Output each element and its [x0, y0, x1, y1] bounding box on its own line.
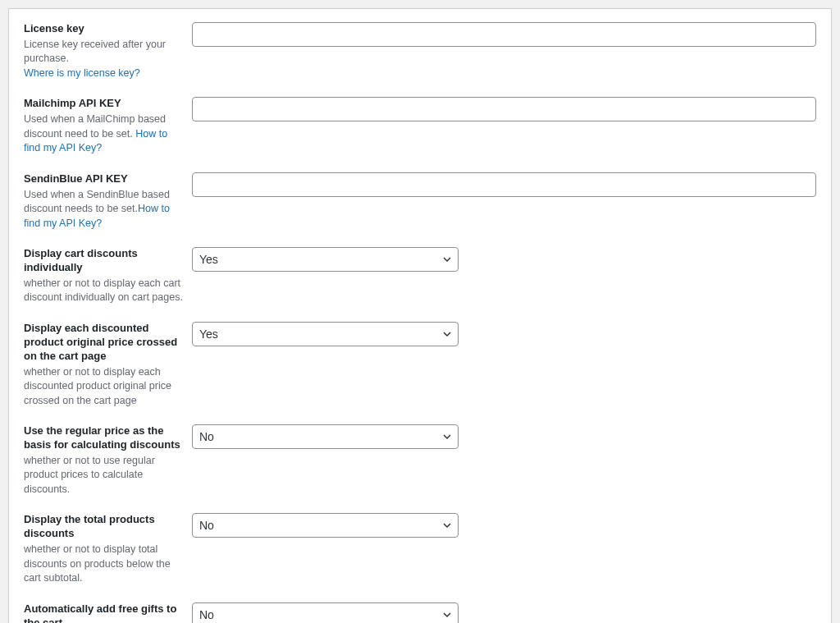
license-key-desc: License key received after your purchase…	[24, 38, 184, 81]
row-auto-add-gifts: Automatically add free gifts to the cart…	[16, 594, 824, 623]
use-regular-price-desc: whether or not to use regular product pr…	[24, 454, 184, 497]
row-sendinblue-api: SendinBlue API KEY Used when a SendinBlu…	[16, 164, 824, 239]
settings-form-table: License key License key received after y…	[16, 14, 824, 623]
settings-panel: License key License key received after y…	[8, 8, 832, 623]
row-display-cart-discounts: Display cart discounts individually whet…	[16, 239, 824, 314]
row-license-key: License key License key received after y…	[16, 14, 824, 89]
row-mailchimp-api: Mailchimp API KEY Used when a MailChimp …	[16, 89, 824, 163]
display-crossed-price-desc: whether or not to display each discounte…	[24, 365, 184, 409]
use-regular-price-label: Use the regular price as the basis for c…	[24, 424, 184, 452]
sendinblue-api-input[interactable]	[192, 172, 816, 197]
row-use-regular-price: Use the regular price as the basis for c…	[16, 416, 824, 505]
display-cart-discounts-select[interactable]: Yes	[192, 247, 459, 272]
use-regular-price-select[interactable]: No	[192, 424, 459, 449]
row-display-total-discounts: Display the total products discounts whe…	[16, 505, 824, 593]
display-cart-discounts-label: Display cart discounts individually	[24, 247, 184, 275]
mailchimp-api-label: Mailchimp API KEY	[24, 97, 184, 111]
display-crossed-price-label: Display each discounted product original…	[24, 322, 184, 364]
sendinblue-api-label: SendinBlue API KEY	[24, 172, 184, 186]
row-display-crossed-price: Display each discounted product original…	[16, 314, 824, 416]
display-total-discounts-select[interactable]: No	[192, 513, 459, 538]
sendinblue-api-desc: Used when a SendinBlue based discount ne…	[24, 188, 184, 231]
mailchimp-api-desc: Used when a MailChimp based discount nee…	[24, 112, 184, 156]
display-total-discounts-label: Display the total products discounts	[24, 513, 184, 541]
license-key-input[interactable]	[192, 22, 816, 47]
display-total-discounts-desc: whether or not to display total discount…	[24, 543, 184, 586]
mailchimp-api-input[interactable]	[192, 97, 816, 121]
license-key-label: License key	[24, 22, 184, 36]
display-cart-discounts-desc: whether or not to display each cart disc…	[24, 277, 184, 305]
auto-add-gifts-select[interactable]: No	[192, 602, 459, 623]
license-key-link[interactable]: Where is my license key?	[24, 67, 140, 79]
display-crossed-price-select[interactable]: Yes	[192, 322, 459, 346]
auto-add-gifts-label: Automatically add free gifts to the cart	[24, 602, 184, 623]
